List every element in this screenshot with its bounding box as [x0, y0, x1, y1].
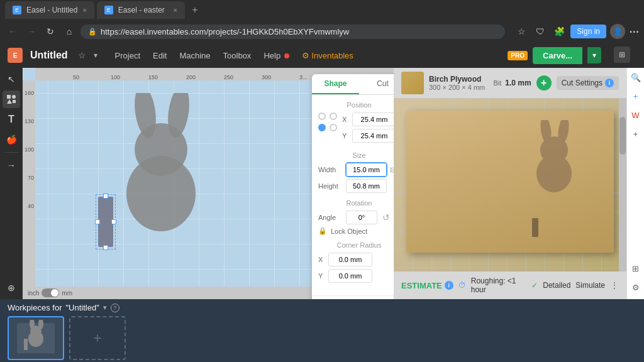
workpiece-thumb-1[interactable]: [8, 316, 64, 360]
left-ruler: 160 130 100 70 40: [23, 80, 35, 287]
more-button[interactable]: ⋯: [629, 26, 639, 38]
3d-preview[interactable]: [394, 98, 626, 272]
link-dimensions-icon[interactable]: ⛓: [389, 167, 394, 173]
grid-2d-icon[interactable]: ⊞: [629, 261, 643, 275]
carve-button[interactable]: Carve...: [533, 47, 582, 64]
tab-close-1[interactable]: ×: [82, 6, 86, 14]
sidebar-import-icon[interactable]: →: [3, 156, 20, 174]
estimate-bar: ESTIMATE i ⏱ Roughing: <1 hour ✓ Detaile…: [394, 272, 626, 299]
x-input[interactable]: [352, 112, 394, 126]
ruler-50: 50: [73, 74, 79, 80]
tab-close-2[interactable]: ×: [173, 6, 177, 14]
radio-top-left[interactable]: [318, 112, 326, 120]
handle-bottom[interactable]: [103, 245, 108, 250]
sidebar-cursor-icon[interactable]: ↖: [3, 70, 20, 88]
preview-scroll-thumb[interactable]: [619, 117, 626, 155]
workpieces-help-icon[interactable]: ?: [111, 304, 119, 312]
settings-icon[interactable]: ⚙: [629, 280, 643, 294]
rotation-reset-icon[interactable]: ↺: [380, 211, 392, 224]
reload-button[interactable]: ↻: [43, 24, 58, 39]
corner-radius-section: Corner Radius X Y: [318, 241, 394, 283]
canvas-area[interactable]: 50 100 150 200 250 300 3... 160 130 100 …: [23, 68, 394, 299]
sidebar-divider: [4, 152, 19, 153]
new-tab-button[interactable]: +: [187, 3, 203, 18]
unit-toggle[interactable]: [42, 288, 59, 297]
corner-y-input[interactable]: [328, 269, 372, 283]
x-coord-row: X: [342, 112, 394, 126]
sidebar-shapes-icon[interactable]: [3, 90, 20, 108]
material-name: Birch Plywood: [429, 75, 488, 84]
rotation-title: Rotation: [318, 199, 394, 207]
menu-project[interactable]: Project: [110, 48, 145, 63]
tab-active[interactable]: E Easel - Untitled ×: [5, 1, 94, 19]
tab-label-2: Easel - easter: [118, 6, 165, 14]
coord-inputs: X Y: [342, 112, 394, 145]
tab-shape[interactable]: Shape: [312, 74, 359, 94]
bookmark-icon[interactable]: ☆: [514, 24, 529, 39]
menu-machine[interactable]: Machine: [174, 48, 215, 63]
handle-left[interactable]: [95, 219, 100, 224]
pro-badge: PRO: [508, 51, 528, 60]
sidebar-apps-icon[interactable]: 🍎: [3, 131, 20, 148]
bunny-3d-svg: [526, 120, 582, 195]
estimate-button[interactable]: ESTIMATE i: [401, 281, 453, 290]
app: E Untitled ☆ ▾ Project Edit Machine Tool…: [0, 43, 644, 362]
workpieces-caret-icon[interactable]: ▾: [103, 304, 107, 312]
position-section: Position: [318, 101, 394, 145]
width-input[interactable]: [346, 163, 387, 177]
corner-x-input[interactable]: [328, 253, 372, 266]
cut-settings-button[interactable]: Cut Settings i: [557, 76, 619, 90]
sidebar-expand-icon[interactable]: ⊕: [3, 279, 20, 297]
handle-top[interactable]: [103, 194, 108, 199]
tab-favicon-2: E: [104, 6, 113, 14]
app-star-icon[interactable]: ☆: [78, 50, 86, 60]
back-button[interactable]: ←: [5, 24, 20, 39]
tab-cut[interactable]: Cut: [359, 74, 394, 94]
sidebar-text-icon[interactable]: T: [3, 111, 20, 128]
extension-icon[interactable]: 🧩: [552, 24, 567, 39]
forward-button[interactable]: →: [24, 24, 39, 39]
material-header: Birch Plywood 300 × 200 × 4 mm Bit 1.0 m…: [394, 68, 626, 98]
menu-inventables[interactable]: ⚙ Inventables: [297, 48, 358, 63]
y-input[interactable]: [352, 129, 394, 143]
selected-object[interactable]: [98, 197, 113, 247]
workpieces-header: Workpieces for "Untitled" ▾ ?: [0, 299, 644, 316]
profile-icon[interactable]: 👤: [610, 24, 625, 39]
ruler-70: 70: [28, 175, 35, 181]
add-material-button[interactable]: +: [536, 75, 552, 90]
more-options-icon[interactable]: ⋮: [610, 280, 619, 290]
home-button[interactable]: ⌂: [62, 24, 77, 39]
search-icon[interactable]: 🔍: [629, 70, 643, 84]
workpiece-add-button[interactable]: +: [69, 316, 126, 360]
lock-label: Lock Object: [331, 228, 367, 235]
address-bar[interactable]: 🔒 https://easel.inventables.com/projects…: [80, 25, 505, 39]
add-plus-icon[interactable]: +: [629, 127, 643, 141]
radio-bottom-right[interactable]: [330, 124, 337, 131]
lock-icon: 🔒: [88, 28, 97, 36]
angle-input[interactable]: [346, 211, 377, 224]
grid-icon[interactable]: ⊞: [614, 47, 630, 63]
radio-bottom-left[interactable]: [318, 124, 326, 131]
help-notification-dot: [284, 53, 289, 58]
plus-extension-icon[interactable]: +: [629, 89, 643, 103]
bunny-shape[interactable]: [98, 93, 224, 239]
shield-icon[interactable]: 🛡: [533, 24, 548, 39]
tab-2[interactable]: E Easel - easter ×: [97, 1, 185, 19]
office-icon[interactable]: W: [629, 108, 643, 122]
ruler-200: 200: [186, 74, 196, 80]
preview-scrollbar[interactable]: [619, 98, 626, 272]
height-input[interactable]: [346, 179, 387, 193]
carve-chevron-icon[interactable]: ▾: [587, 47, 601, 63]
app-title-caret-icon[interactable]: ▾: [94, 51, 97, 60]
menu-edit[interactable]: Edit: [148, 48, 172, 63]
handle-right[interactable]: [111, 219, 116, 224]
radio-top-right[interactable]: [330, 112, 337, 120]
menu-help[interactable]: Help: [258, 48, 294, 63]
ruler-160: 160: [25, 90, 35, 96]
menu-toolbox[interactable]: Toolbox: [218, 48, 257, 63]
lock-row[interactable]: 🔒 Lock Object: [318, 227, 394, 235]
signin-button[interactable]: Sign in: [570, 25, 606, 38]
ruler-300: 300: [262, 74, 271, 80]
simulate-button[interactable]: Simulate: [575, 281, 605, 290]
bit-value: 1.0 mm: [505, 79, 531, 87]
